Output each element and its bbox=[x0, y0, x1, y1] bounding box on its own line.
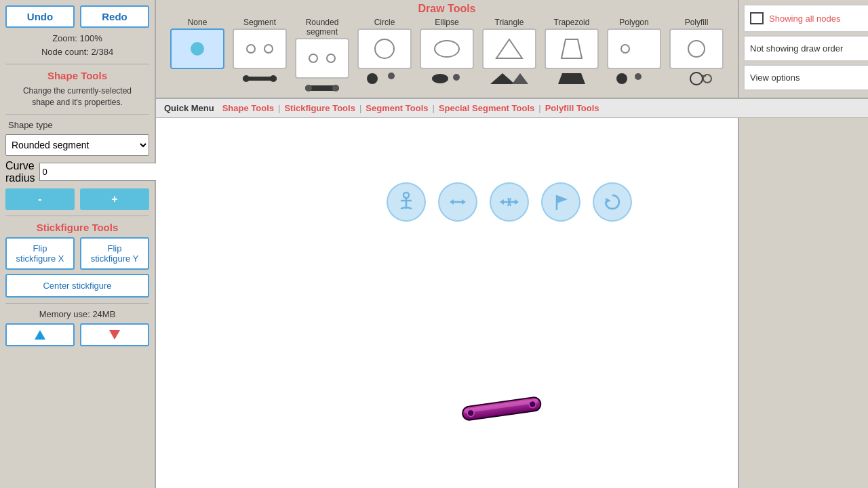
stickfigure-tools-title: Stickfigure Tools bbox=[37, 222, 119, 233]
flip-row: Flipstickfigure X Flipstickfigure Y bbox=[5, 237, 149, 270]
tool-polygon[interactable]: Polygon bbox=[604, 18, 665, 87]
canvas-inner[interactable] bbox=[156, 118, 738, 488]
tool-trapezoid-label: Trapezoid bbox=[554, 18, 590, 27]
tool-circle-icon bbox=[357, 28, 412, 69]
svg-point-28 bbox=[690, 73, 703, 85]
tool-none[interactable]: None bbox=[167, 18, 228, 87]
svg-point-13 bbox=[375, 39, 394, 58]
arrow-down-icon bbox=[108, 329, 121, 341]
float-tool-anchor[interactable] bbox=[387, 182, 426, 222]
tool-none-icon bbox=[170, 28, 224, 69]
shape-tools-desc: Change the currently-selectedshape and i… bbox=[23, 85, 132, 108]
tool-triangle-sub bbox=[482, 70, 536, 87]
showing-all-nodes-button[interactable]: Showing all nodes bbox=[743, 4, 868, 33]
svg-point-12 bbox=[332, 85, 339, 92]
divider-4 bbox=[5, 303, 149, 304]
svg-point-2 bbox=[191, 42, 204, 56]
float-tool-x-arrows[interactable] bbox=[490, 182, 529, 222]
float-tool-flag[interactable] bbox=[541, 182, 580, 222]
memory-down-button[interactable] bbox=[80, 323, 149, 346]
svg-marker-19 bbox=[496, 39, 522, 58]
svg-marker-0 bbox=[35, 330, 45, 340]
tool-ellipse[interactable]: Ellipse bbox=[416, 18, 477, 87]
sidebar: Undo Redo Zoom: 100% Node count: 2/384 S… bbox=[0, 0, 156, 488]
undo-button[interactable]: Undo bbox=[5, 5, 75, 28]
flip-x-button[interactable]: Flipstickfigure X bbox=[5, 237, 75, 270]
draw-order-button[interactable]: Not showing draw order bbox=[743, 35, 868, 62]
svg-point-27 bbox=[688, 41, 705, 57]
quick-menu-polyfill-tools[interactable]: Polyfill Tools bbox=[545, 103, 599, 113]
svg-marker-23 bbox=[558, 73, 585, 84]
floating-tools bbox=[387, 182, 632, 222]
plus-button[interactable]: + bbox=[80, 188, 149, 210]
svg-marker-44 bbox=[606, 198, 611, 203]
nodes-icon bbox=[750, 12, 764, 24]
tool-polyfill[interactable]: Polyfill bbox=[666, 18, 727, 87]
canvas-outer bbox=[156, 118, 868, 488]
zoom-info: Zoom: 100% Node count: 2/384 bbox=[41, 32, 113, 58]
svg-point-11 bbox=[305, 85, 312, 92]
draw-tools-title: Draw Tools bbox=[418, 3, 475, 15]
tool-triangle[interactable]: Triangle bbox=[479, 18, 540, 87]
tool-segment-icon bbox=[233, 28, 287, 69]
tool-rounded-segment-label: Rounded segment bbox=[295, 18, 349, 37]
svg-point-4 bbox=[264, 45, 273, 53]
svg-point-17 bbox=[432, 74, 448, 83]
tool-none-label: None bbox=[188, 18, 208, 27]
svg-point-15 bbox=[388, 73, 395, 79]
node-count-label: Node count: 2/384 bbox=[41, 45, 113, 59]
tool-polyfill-label: Polyfill bbox=[685, 18, 709, 27]
svg-point-26 bbox=[635, 73, 642, 80]
tool-circle[interactable]: Circle bbox=[354, 18, 415, 87]
svg-point-6 bbox=[243, 75, 250, 82]
quick-menu-bar: Quick Menu Shape Tools | Stickfigure Too… bbox=[156, 99, 868, 118]
zoom-label: Zoom: 100% bbox=[41, 32, 113, 45]
canvas-right-panel bbox=[738, 118, 868, 488]
curve-radius-input[interactable] bbox=[39, 163, 160, 181]
quick-menu-stickfigure-tools[interactable]: Stickfigure Tools bbox=[284, 103, 355, 113]
svg-point-9 bbox=[327, 54, 335, 62]
tool-rounded-segment[interactable]: Rounded segment bbox=[292, 18, 353, 96]
tool-rounded-segment-icon bbox=[295, 38, 349, 79]
shape-type-label: Shape type bbox=[8, 120, 53, 130]
tool-polygon-sub bbox=[607, 70, 661, 87]
tool-polyfill-icon bbox=[669, 28, 724, 69]
tool-polygon-label: Polygon bbox=[619, 18, 648, 27]
tool-trapezoid-icon bbox=[545, 28, 599, 69]
svg-point-8 bbox=[309, 54, 317, 62]
tool-segment-label: Segment bbox=[243, 18, 276, 27]
tool-ellipse-sub bbox=[420, 70, 474, 87]
svg-marker-43 bbox=[557, 195, 568, 203]
flip-y-button[interactable]: Flipstickfigure Y bbox=[80, 237, 149, 270]
shape-type-select[interactable]: Rounded segment Segment Circle Ellipse T… bbox=[5, 134, 149, 156]
tool-buttons-row: None Segment bbox=[161, 18, 732, 96]
memory-arrows-row bbox=[5, 323, 149, 346]
quick-menu-shape-tools[interactable]: Shape Tools bbox=[222, 103, 274, 113]
quick-menu-label: Quick Menu bbox=[164, 103, 214, 113]
redo-button[interactable]: Redo bbox=[80, 5, 149, 28]
quick-menu-special-segment-tools[interactable]: Special Segment Tools bbox=[439, 103, 534, 113]
center-stickfigure-button[interactable]: Center stickfigure bbox=[5, 274, 149, 298]
svg-marker-22 bbox=[561, 39, 582, 58]
float-tool-arrows[interactable] bbox=[438, 182, 477, 222]
svg-point-47 bbox=[467, 409, 475, 417]
tool-trapezoid[interactable]: Trapezoid bbox=[541, 18, 602, 87]
svg-marker-20 bbox=[490, 73, 515, 84]
quick-menu-segment-tools[interactable]: Segment Tools bbox=[366, 103, 428, 113]
view-options-button[interactable]: View options bbox=[743, 64, 868, 91]
plus-minus-row: - + bbox=[5, 188, 149, 210]
svg-marker-39 bbox=[515, 199, 519, 205]
float-tool-refresh[interactable] bbox=[593, 182, 632, 222]
svg-point-3 bbox=[247, 45, 255, 53]
tool-triangle-icon bbox=[482, 28, 536, 69]
memory-label: Memory use: 24MB bbox=[39, 309, 116, 319]
segment-shape[interactable] bbox=[460, 394, 543, 426]
tool-rounded-segment-sub bbox=[295, 80, 349, 96]
minus-button[interactable]: - bbox=[5, 188, 75, 210]
memory-up-button[interactable] bbox=[5, 323, 75, 346]
tool-polygon-icon bbox=[607, 28, 661, 69]
tool-segment[interactable]: Segment bbox=[229, 18, 290, 87]
curve-radius-label: Curve radius bbox=[5, 160, 35, 184]
svg-marker-38 bbox=[500, 199, 504, 205]
svg-point-16 bbox=[435, 41, 459, 57]
